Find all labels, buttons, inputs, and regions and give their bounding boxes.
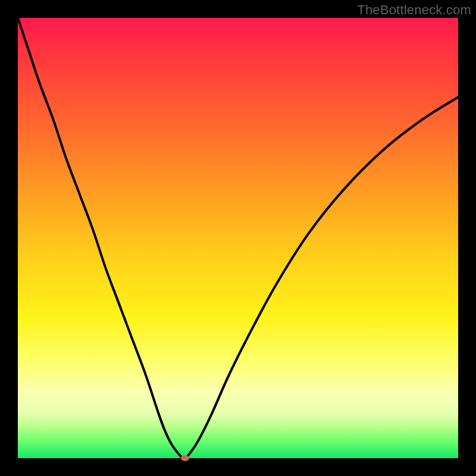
curve-path: [18, 18, 458, 458]
bottleneck-curve: [18, 18, 458, 458]
watermark-text: TheBottleneck.com: [357, 2, 471, 18]
plot-area: [18, 18, 458, 458]
chart-frame: TheBottleneck.com: [0, 0, 476, 476]
min-point-marker: [181, 455, 189, 461]
